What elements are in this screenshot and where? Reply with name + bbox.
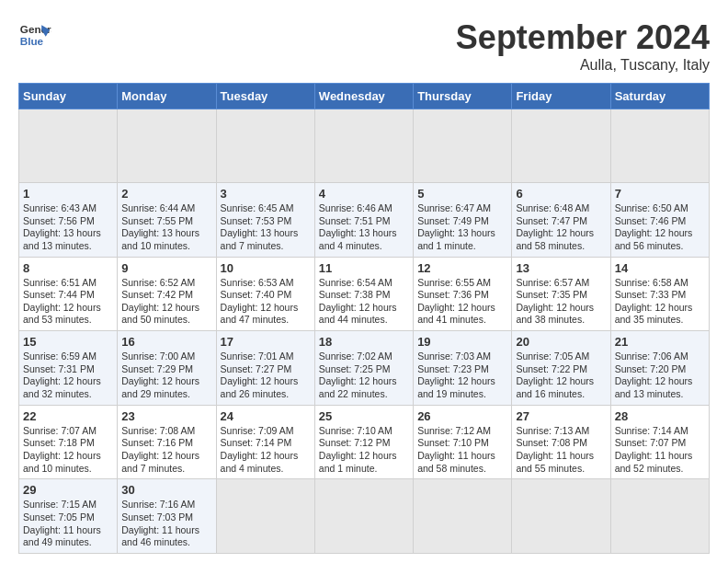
day-info-line: Sunrise: 7:10 AM [319, 425, 409, 438]
calendar-week-row [19, 109, 710, 183]
day-info-line: Sunset: 7:05 PM [23, 511, 113, 524]
day-info-line: Sunrise: 6:45 AM [221, 202, 311, 215]
day-info-line: Sunrise: 7:09 AM [221, 425, 311, 438]
calendar-day-cell [216, 109, 314, 183]
day-info-line: Daylight: 12 hours and 50 minutes. [121, 302, 211, 327]
day-info-line: Sunrise: 6:52 AM [121, 277, 211, 290]
day-info-line: Daylight: 12 hours and 10 minutes. [23, 450, 113, 475]
day-info-line: Sunset: 7:55 PM [121, 215, 211, 228]
day-info-line: Sunset: 7:56 PM [23, 215, 113, 228]
day-info-line: Daylight: 12 hours and 4 minutes. [221, 450, 311, 475]
day-number: 25 [319, 409, 409, 423]
day-info-line: Sunset: 7:14 PM [221, 437, 311, 450]
calendar-day-cell: 6Sunrise: 6:48 AMSunset: 7:47 PMDaylight… [512, 183, 610, 258]
calendar-day-cell [118, 109, 216, 183]
day-info-line: Sunset: 7:08 PM [516, 437, 606, 450]
day-info-line: Daylight: 12 hours and 29 minutes. [121, 375, 211, 400]
day-info-line: Sunset: 7:33 PM [615, 289, 705, 302]
day-number: 18 [319, 335, 409, 349]
day-number: 29 [23, 483, 113, 497]
day-info-line: Daylight: 11 hours and 55 minutes. [516, 450, 606, 475]
day-info-line: Daylight: 12 hours and 22 minutes. [319, 375, 409, 400]
calendar-day-cell: 1Sunrise: 6:43 AMSunset: 7:56 PMDaylight… [19, 183, 118, 258]
day-info-line: Sunset: 7:22 PM [516, 363, 606, 376]
calendar-day-cell [610, 479, 709, 554]
day-info-line: Sunrise: 7:01 AM [221, 350, 311, 363]
day-info-line: Sunrise: 7:00 AM [121, 350, 211, 363]
calendar-day-cell [512, 479, 610, 554]
day-info-line: Sunrise: 6:54 AM [319, 277, 409, 290]
day-info-line: Sunrise: 6:57 AM [516, 277, 606, 290]
calendar-day-cell [216, 479, 314, 554]
day-number: 10 [221, 261, 311, 275]
calendar-week-row: 29Sunrise: 7:15 AMSunset: 7:05 PMDayligh… [19, 479, 710, 554]
day-info-line: Sunrise: 7:16 AM [121, 499, 211, 511]
day-info-line: Daylight: 12 hours and 41 minutes. [417, 302, 507, 327]
day-info-line: Sunset: 7:16 PM [121, 437, 211, 450]
day-info-line: Sunset: 7:44 PM [23, 289, 113, 302]
day-of-week-header: Tuesday [216, 84, 314, 109]
calendar-day-cell: 13Sunrise: 6:57 AMSunset: 7:35 PMDayligh… [512, 257, 610, 331]
day-header-row: SundayMondayTuesdayWednesdayThursdayFrid… [19, 84, 710, 109]
day-info-line: Sunrise: 7:14 AM [615, 425, 705, 438]
day-number: 12 [417, 261, 507, 275]
day-of-week-header: Friday [512, 84, 610, 109]
calendar-day-cell [512, 109, 610, 183]
day-number: 26 [417, 409, 507, 423]
day-number: 2 [121, 187, 211, 201]
calendar-week-row: 1Sunrise: 6:43 AMSunset: 7:56 PMDaylight… [19, 183, 710, 258]
day-number: 13 [516, 261, 606, 275]
day-number: 19 [417, 335, 507, 349]
day-info-line: Sunrise: 6:47 AM [417, 202, 507, 215]
day-info-line: Sunset: 7:25 PM [319, 363, 409, 376]
day-info-line: Sunrise: 7:03 AM [417, 350, 507, 363]
calendar-day-cell: 7Sunrise: 6:50 AMSunset: 7:46 PMDaylight… [610, 183, 709, 258]
day-number: 21 [615, 335, 705, 349]
day-info-line: Sunset: 7:53 PM [221, 215, 311, 228]
calendar-day-cell [414, 479, 512, 554]
day-info-line: Daylight: 12 hours and 53 minutes. [23, 302, 113, 327]
calendar-day-cell: 10Sunrise: 6:53 AMSunset: 7:40 PMDayligh… [216, 257, 314, 331]
logo: General Blue [18, 18, 51, 52]
day-info-line: Daylight: 13 hours and 10 minutes. [121, 227, 211, 252]
calendar-day-cell: 27Sunrise: 7:13 AMSunset: 7:08 PMDayligh… [512, 405, 610, 479]
day-info-line: Sunrise: 6:58 AM [615, 277, 705, 290]
day-number: 27 [516, 409, 606, 423]
day-number: 11 [319, 261, 409, 275]
day-info-line: Daylight: 12 hours and 7 minutes. [121, 450, 211, 475]
day-info-line: Sunset: 7:47 PM [516, 215, 606, 228]
calendar-day-cell: 15Sunrise: 6:59 AMSunset: 7:31 PMDayligh… [19, 331, 118, 406]
calendar-day-cell: 19Sunrise: 7:03 AMSunset: 7:23 PMDayligh… [414, 331, 512, 406]
location: Aulla, Tuscany, Italy [456, 57, 710, 74]
calendar-day-cell: 8Sunrise: 6:51 AMSunset: 7:44 PMDaylight… [19, 257, 118, 331]
day-number: 16 [121, 335, 211, 349]
calendar-week-row: 22Sunrise: 7:07 AMSunset: 7:18 PMDayligh… [19, 405, 710, 479]
day-info-line: Sunrise: 7:06 AM [615, 350, 705, 363]
calendar-day-cell: 23Sunrise: 7:08 AMSunset: 7:16 PMDayligh… [118, 405, 216, 479]
calendar-day-cell [314, 109, 413, 183]
day-info-line: Daylight: 12 hours and 1 minute. [319, 450, 409, 475]
day-number: 7 [615, 187, 705, 201]
day-number: 24 [221, 409, 311, 423]
day-info-line: Sunrise: 7:05 AM [516, 350, 606, 363]
day-info-line: Daylight: 11 hours and 46 minutes. [121, 524, 211, 549]
day-info-line: Sunrise: 6:44 AM [121, 202, 211, 215]
day-info-line: Sunset: 7:29 PM [121, 363, 211, 376]
day-of-week-header: Sunday [19, 84, 118, 109]
day-number: 15 [23, 335, 113, 349]
day-info-line: Daylight: 11 hours and 52 minutes. [615, 450, 705, 475]
day-info-line: Sunset: 7:31 PM [23, 363, 113, 376]
calendar-day-cell: 24Sunrise: 7:09 AMSunset: 7:14 PMDayligh… [216, 405, 314, 479]
day-info-line: Sunset: 7:12 PM [319, 437, 409, 450]
day-of-week-header: Wednesday [314, 84, 413, 109]
calendar-day-cell: 21Sunrise: 7:06 AMSunset: 7:20 PMDayligh… [610, 331, 709, 406]
month-title: September 2024 [456, 18, 710, 57]
calendar-week-row: 15Sunrise: 6:59 AMSunset: 7:31 PMDayligh… [19, 331, 710, 406]
day-info-line: Sunset: 7:23 PM [417, 363, 507, 376]
day-info-line: Sunset: 7:46 PM [615, 215, 705, 228]
calendar-day-cell: 29Sunrise: 7:15 AMSunset: 7:05 PMDayligh… [19, 479, 118, 554]
day-info-line: Daylight: 12 hours and 13 minutes. [615, 375, 705, 400]
day-info-line: Sunrise: 6:48 AM [516, 202, 606, 215]
day-number: 5 [417, 187, 507, 201]
day-info-line: Daylight: 12 hours and 26 minutes. [221, 375, 311, 400]
